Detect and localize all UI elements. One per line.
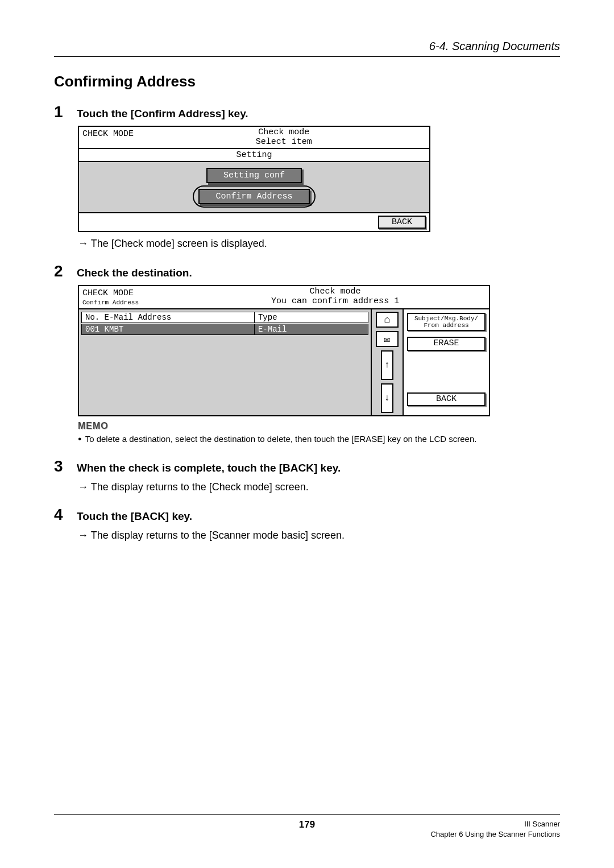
panel2-mode-sub: Confirm Address: [82, 299, 219, 306]
step-3-number: 3: [54, 457, 69, 476]
memo-label: MEMO: [78, 421, 560, 431]
page-footer: 179 III Scanner Chapter 6 Using the Scan…: [54, 814, 560, 840]
step-4-result: → The display returns to the [Scanner mo…: [78, 530, 560, 542]
page-number: 179: [223, 819, 392, 830]
panel1-mode-label: CHECK MODE: [79, 127, 202, 148]
step-3: 3 When the check is complete, touch the …: [54, 457, 560, 493]
panel2-mode-label: CHECK MODE: [82, 288, 134, 298]
setting-conf-button[interactable]: Setting conf: [206, 168, 302, 183]
step-1-result: → The [Check mode] screen is displayed.: [78, 238, 560, 250]
panel2-col-type: Type: [255, 312, 368, 323]
step-2-text: Check the destination.: [77, 267, 192, 279]
footer-right-1: III Scanner: [524, 820, 560, 828]
panel2-header-line1: Check mode: [310, 287, 361, 296]
step-1-number: 1: [54, 103, 69, 121]
panel1-header: CHECK MODE Check mode Select item: [79, 127, 429, 149]
memo-text: To delete a destination, select the dest…: [78, 433, 560, 445]
step-1: 1 Touch the [Confirm Address] key. CHECK…: [54, 103, 560, 250]
panel2-header: CHECK MODE Confirm Address Check mode Yo…: [79, 286, 489, 309]
step-2: 2 Check the destination. CHECK MODE Conf…: [54, 262, 560, 445]
panel1-header-line1: Check mode: [258, 127, 309, 137]
scroll-down-button[interactable]: ↓: [381, 383, 393, 413]
panel2-col-address: No. E-Mail Address: [82, 312, 255, 323]
scroll-up-button[interactable]: ↑: [381, 350, 393, 380]
panel2-row-type: E-Mail: [255, 324, 368, 335]
step-3-text: When the check is complete, touch the [B…: [77, 462, 341, 474]
panel2-scroll-column: ⌂ ✉ ↑ ↓: [372, 309, 404, 415]
page-title: Confirming Address: [54, 73, 560, 90]
panel1-header-line2: Select item: [256, 137, 312, 147]
footer-right-2: Chapter 6 Using the Scanner Functions: [430, 830, 560, 838]
panel1-body: Setting Setting conf Confirm Address: [79, 149, 429, 212]
panel1-header-text: Check mode Select item: [202, 127, 367, 148]
lcd-panel-confirm-address: CHECK MODE Confirm Address Check mode Yo…: [78, 285, 490, 416]
home-icon[interactable]: ⌂: [376, 312, 399, 328]
section-path: 6-4. Scanning Documents: [54, 40, 560, 57]
memo-block: MEMO To delete a destination, select the…: [78, 421, 560, 445]
step-3-result: → The display returns to the [Check mode…: [78, 481, 560, 493]
erase-button[interactable]: ERASE: [407, 337, 486, 351]
panel2-address-list: No. E-Mail Address Type 001 KMBT E-Mail: [79, 309, 372, 415]
lcd-panel-check-mode: CHECK MODE Check mode Select item Settin…: [78, 126, 430, 232]
confirm-address-button[interactable]: Confirm Address: [198, 189, 309, 204]
panel2-row-addr: 001 KMBT: [81, 324, 255, 335]
mail-icon[interactable]: ✉: [376, 331, 399, 347]
table-row[interactable]: 001 KMBT E-Mail: [81, 324, 368, 335]
step-2-number: 2: [54, 262, 69, 280]
step-4-number: 4: [54, 506, 69, 524]
panel2-back-button[interactable]: BACK: [407, 392, 486, 407]
subject-body-from-button[interactable]: Subject/Msg.Body/ From address: [407, 313, 486, 331]
panel1-back-button[interactable]: BACK: [378, 216, 426, 229]
step-4: 4 Touch the [BACK] key. → The display re…: [54, 506, 560, 542]
panel2-header-line2: You can confirm address 1: [271, 296, 399, 306]
step-4-text: Touch the [BACK] key.: [77, 510, 192, 523]
panel2-header-text: Check mode You can confirm address 1: [222, 286, 448, 308]
panel1-setting-label: Setting: [79, 149, 429, 162]
step-1-text: Touch the [Confirm Address] key.: [77, 108, 248, 120]
